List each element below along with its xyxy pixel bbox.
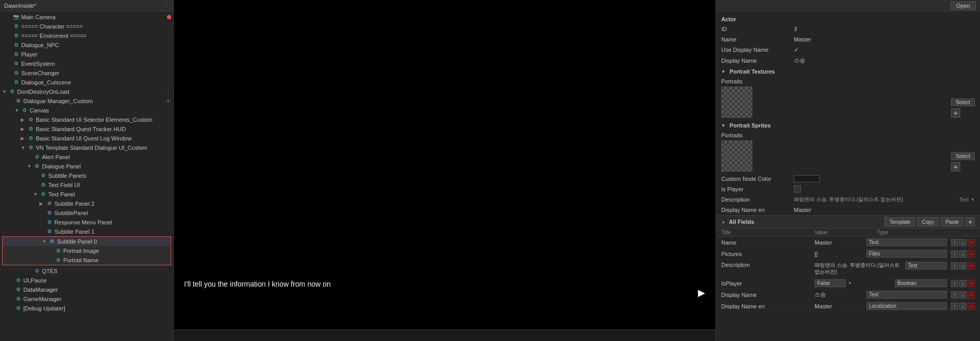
add-field-button[interactable]: + — [965, 217, 975, 226]
hierarchy-item-canvas[interactable]: ▼ ⚙ Canvas — [0, 106, 173, 115]
field-row-isplayer: IsPlayer False True ▼ Boolean ↑ ↓ − — [716, 278, 980, 289]
actor-id-row: ID 3 — [716, 24, 980, 34]
item-label: [Debug Updater] — [23, 305, 65, 311]
hierarchy-item-portrait-name[interactable]: ⚙ Portrait Name — [3, 255, 171, 265]
isplayer-value-select[interactable]: False True — [815, 279, 846, 287]
field-type-pictures: Files ↑ ↓ − — [866, 250, 975, 258]
prefab-icon: ⚙ — [46, 209, 53, 217]
hierarchy-item-character[interactable]: ⚙ ===== Character ===== — [0, 22, 173, 31]
template-button[interactable]: Template — [885, 217, 915, 226]
hierarchy-item-subtitle-panel-1[interactable]: ⚙ Subtitle Panel 1 — [0, 227, 173, 236]
portrait-thumbnail-2 — [721, 140, 752, 172]
remove-display-name-en[interactable]: − — [968, 303, 975, 310]
viewport-bottom-bar — [174, 330, 716, 341]
description-arrow: ▼ — [971, 197, 975, 202]
arrow-up-pictures[interactable]: ↑ — [951, 250, 958, 258]
arrow-up-name[interactable]: ↑ — [951, 239, 958, 246]
hierarchy-item-subtitle-panel-0[interactable]: ▼ ⚙ Subtitle Panel 0 — [3, 237, 171, 246]
actor-section-title: Actor — [716, 13, 980, 24]
gameobj-icon: ⚙ — [15, 286, 22, 293]
remove-description[interactable]: − — [968, 262, 975, 269]
field-type-select-isplayer[interactable]: Boolean — [895, 279, 947, 287]
field-row-pictures: Pictures [] Files ↑ ↓ − — [716, 248, 980, 260]
hierarchy-item-scenechanger[interactable]: ⚙ SceneChanger — [0, 68, 173, 78]
field-type-select-display-name-en[interactable]: Localization — [866, 302, 947, 310]
hierarchy-item-qtes[interactable]: ⚙ QTES — [0, 266, 173, 276]
field-type-select-display-name[interactable]: Text — [866, 291, 947, 299]
arrow-down-isplayer[interactable]: ↓ — [959, 280, 967, 287]
arrow-down-name[interactable]: ↓ — [959, 239, 967, 246]
hierarchy-item-dialogue-panel[interactable]: ▼ ⚙ Dialogue Panel — [0, 162, 173, 171]
actor-display-name-row: Display Name 스승 — [716, 55, 980, 66]
arrow-down-display-name-en[interactable]: ↓ — [959, 303, 967, 310]
hierarchy-item-player[interactable]: ⚙ Player — [0, 50, 173, 59]
hierarchy-item-text-field-ui[interactable]: ⚙ Text Field UI — [0, 180, 173, 190]
hierarchy-item-quest-log[interactable]: ▶ ⚙ Basic Standard UI Quest Log Window — [0, 134, 173, 143]
inspector-header: Open — [716, 0, 980, 11]
arrow-up-isplayer[interactable]: ↑ — [951, 280, 958, 287]
copy-button[interactable]: Copy — [917, 217, 939, 226]
hierarchy-item-gamemanager[interactable]: ⚙ GameManager — [0, 294, 173, 304]
hierarchy-item-eventsystem[interactable]: ⚙ EventSystem — [0, 59, 173, 68]
field-type-select-description[interactable]: Text — [905, 262, 947, 269]
arrow-up-display-name[interactable]: ↑ — [951, 291, 958, 299]
subtitle-text: I'll tell you the information I know fro… — [174, 280, 716, 288]
actor-display-name-label: Display Name — [721, 58, 794, 64]
play-button[interactable]: ▶ — [698, 287, 705, 299]
hierarchy-item-vn-template[interactable]: ▼ ⚙ VN Template Standard Dialogue UI_Cus… — [0, 143, 173, 152]
hierarchy-item-datamanager[interactable]: ⚙ DataManager — [0, 285, 173, 294]
hierarchy-item-dialogue-manager[interactable]: ⚙ Dialogue Manager_Custom 👁 — [0, 96, 173, 106]
field-arrows-display-name-en: ↑ ↓ − — [951, 303, 975, 310]
field-arrows-name: ↑ ↓ − — [951, 239, 975, 246]
hierarchy-item-dialogue-npc[interactable]: ⚙ Dialogue_NPC — [0, 40, 173, 50]
all-fields-buttons: Template Copy Paste + — [885, 217, 975, 226]
field-type-select-name[interactable]: Text — [866, 238, 947, 246]
hierarchy-item-portrait-image[interactable]: ⚙ Portrait Image — [3, 246, 171, 255]
gameobj-icon: ⚙ — [12, 69, 20, 77]
hierarchy-item-response-menu[interactable]: ⚙ Response Menu Panel — [0, 218, 173, 227]
field-type-select-pictures[interactable]: Files — [866, 250, 947, 258]
select-button-2[interactable]: Select — [951, 152, 975, 160]
hierarchy-item-quest-tracker[interactable]: ▶ ⚙ Basic Standard Quest Tracker HUD — [0, 124, 173, 134]
add-portrait-button-2[interactable]: + — [951, 162, 960, 172]
remove-name[interactable]: − — [968, 239, 975, 246]
add-portrait-button-1[interactable]: + — [951, 108, 960, 118]
arrow-down-display-name[interactable]: ↓ — [959, 291, 967, 299]
remove-isplayer[interactable]: − — [968, 280, 975, 287]
paste-button[interactable]: Paste — [941, 217, 963, 226]
gameobj-icon: ⚙ — [46, 219, 53, 226]
hierarchy-item-alert-panel[interactable]: ⚙ Alert Panel — [0, 152, 173, 162]
hierarchy-item-text-panel[interactable]: ▼ ⚙ Text Panel — [0, 190, 173, 199]
remove-display-name[interactable]: − — [968, 291, 975, 299]
hierarchy-item-subtitle-panels[interactable]: ⚙ Subtitle Panels — [0, 171, 173, 180]
arrow-up-description[interactable]: ↑ — [951, 262, 958, 269]
is-player-checkbox[interactable] — [794, 186, 801, 193]
portrait-textures-area: Portraits Select + — [716, 76, 980, 120]
hierarchy-menu-icon[interactable]: ⋮ — [163, 2, 169, 9]
color-swatch[interactable] — [794, 175, 820, 182]
open-button[interactable]: Open — [950, 2, 976, 10]
hierarchy-item-enviroment[interactable]: ⚙ ===== Enviroment ===== — [0, 31, 173, 40]
gameobj-icon: ⚙ — [12, 51, 20, 58]
actor-display-name-value: 스승 — [794, 56, 975, 64]
gameobj-icon: ⚙ — [8, 88, 16, 95]
hierarchy-item-debug-updater[interactable]: ⚙ [Debug Updater] — [0, 304, 173, 313]
item-label: ULPause — [23, 277, 47, 283]
hierarchy-item-dialogue-cutscene[interactable]: ⚙ Dialogue_Cutscene — [0, 78, 173, 87]
item-label: GameManager — [23, 296, 61, 302]
dontdestroy-menu-icon[interactable]: ⋮ — [165, 89, 171, 95]
fields-table-header: Title Value Type — [716, 229, 980, 237]
arrow-down-description[interactable]: ↓ — [959, 262, 967, 269]
remove-pictures[interactable]: − — [968, 250, 975, 258]
hierarchy-item-dontdestroy[interactable]: ▼ ⚙ DontDestroyOnLoad ⋮ — [0, 87, 173, 96]
hierarchy-item-subtitle-panel-2[interactable]: ▶ ⚙ Subtitle Panel 2 — [0, 199, 173, 208]
hierarchy-item-main-camera[interactable]: 📷 Main Camera — [0, 12, 173, 22]
arrow-up-display-name-en[interactable]: ↑ — [951, 303, 958, 310]
actor-name-row: Name Master — [716, 34, 980, 45]
hierarchy-item-subtitlepanel[interactable]: ⚙ SubtitlePanel — [0, 208, 173, 218]
hierarchy-item-ulpause[interactable]: ⚙ ULPause — [0, 276, 173, 285]
hierarchy-item-basic-ui-selector[interactable]: ▶ ⚙ Basic Standard UI Selector Elements_… — [0, 115, 173, 124]
select-button-1[interactable]: Select — [951, 98, 975, 106]
arrow-down-pictures[interactable]: ↓ — [959, 250, 967, 258]
item-label: Dialogue_NPC — [21, 42, 59, 48]
